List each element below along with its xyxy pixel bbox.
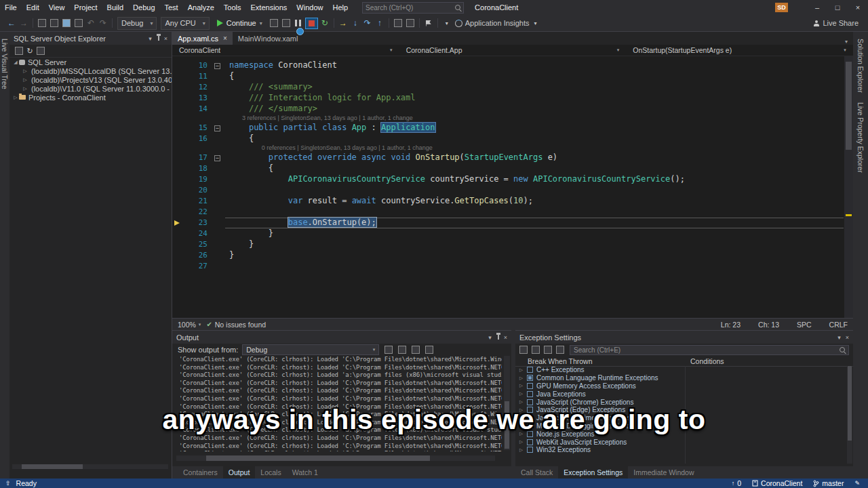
menu-item-test[interactable]: Test — [160, 0, 183, 15]
code-line[interactable]: 21 var result = await countryService.Get… — [172, 196, 844, 207]
code-text[interactable]: { — [225, 134, 844, 144]
save-all-icon[interactable] — [73, 16, 85, 30]
find-message-icon[interactable] — [384, 346, 393, 354]
code-line[interactable]: 25 } — [172, 239, 844, 250]
checkbox[interactable] — [527, 391, 533, 397]
collapse-icon[interactable]: ◢ — [12, 60, 19, 65]
branch-indicator[interactable]: master — [813, 479, 844, 487]
close-icon[interactable]: × — [504, 334, 507, 341]
output-source-dropdown[interactable]: Debug ▾ — [242, 344, 379, 355]
collapse-icon[interactable]: − — [214, 125, 220, 131]
step-over-icon[interactable]: ↷ — [361, 16, 374, 30]
panel-header[interactable]: Output ▾ × — [172, 331, 511, 344]
exception-row-win32-exceptions[interactable]: ▷Win32 Exceptions — [515, 446, 846, 454]
code-text[interactable]: { — [225, 163, 844, 174]
expand-icon[interactable]: ▷ — [519, 391, 527, 396]
code-line[interactable]: 18 { — [172, 163, 844, 174]
zoom-level[interactable]: 100% — [178, 321, 196, 329]
sync-status[interactable]: ↑ 0 — [732, 479, 741, 487]
code-text[interactable]: } — [225, 250, 844, 261]
horizontal-scrollbar[interactable] — [176, 455, 495, 461]
menu-item-file[interactable]: File — [0, 0, 22, 15]
checkbox[interactable] — [527, 447, 533, 453]
tab-call-stack[interactable]: Call Stack — [515, 466, 558, 479]
vertical-scrollbar[interactable] — [844, 56, 853, 318]
code-text[interactable]: /// <summary> — [225, 82, 844, 93]
bookmark-icon[interactable] — [422, 16, 435, 30]
breadcrumb-segment[interactable]: OnStartup(StartupEventArgs e)▾ — [626, 45, 853, 56]
exception-row-java-exceptions[interactable]: ▷Java Exceptions — [515, 390, 846, 398]
solution-configuration-dropdown[interactable]: Debug▾ — [117, 17, 157, 30]
code-line[interactable]: 14 /// </summary> — [172, 104, 844, 115]
hot-reload-icon[interactable] — [268, 16, 280, 30]
expand-icon[interactable]: ▷ — [519, 439, 527, 445]
code-text[interactable]: } — [225, 239, 844, 250]
continue-button[interactable]: Continue ▾ — [214, 16, 266, 30]
code-text[interactable] — [225, 185, 844, 196]
tab-app-xaml-cs[interactable]: App.xaml.cs× — [172, 32, 233, 45]
expand-icon[interactable]: ▷ — [22, 68, 28, 74]
column-break-when-thrown[interactable]: Break When Thrown — [515, 357, 593, 365]
menu-item-edit[interactable]: Edit — [22, 0, 44, 15]
refresh-icon[interactable]: ↻ — [24, 44, 35, 58]
chevron-down-icon[interactable]: ▾ — [149, 35, 152, 42]
chevron-down-icon[interactable]: ▾ — [837, 334, 841, 341]
code-text[interactable]: { — [225, 71, 844, 82]
tab-overflow-icon[interactable]: ▾ — [840, 39, 853, 45]
application-insights-button[interactable]: Application Insights — [465, 16, 530, 30]
menu-item-tools[interactable]: Tools — [219, 0, 246, 15]
tree-item-sql-server[interactable]: ◢SQL Server — [9, 58, 172, 66]
find-in-files-icon[interactable] — [392, 16, 404, 30]
fold-margin[interactable]: − — [214, 125, 225, 131]
navigate-forward-icon[interactable]: → — [18, 16, 30, 30]
exception-row-gpu-memory-access-exceptions[interactable]: ▷GPU Memory Access Exceptions — [515, 382, 846, 390]
checkbox[interactable] — [527, 439, 533, 445]
expand-icon[interactable]: ▷ — [519, 375, 527, 381]
undo-icon[interactable]: ↶ — [85, 16, 97, 30]
tree-item-localdb-projects[interactable]: ▷(localdb)\ProjectsV13 (SQL Server 13.0.… — [9, 75, 172, 84]
code-text[interactable]: APICoronavirusCountryService countryServ… — [225, 174, 844, 185]
code-line[interactable]: 24 } — [172, 228, 844, 239]
code-line[interactable]: 22 — [172, 207, 844, 218]
tab-exception-settings[interactable]: Exception Settings — [558, 466, 628, 479]
code-text[interactable]: var result = await countryService.GetTop… — [225, 196, 844, 207]
filter-icon[interactable] — [35, 44, 46, 58]
solution-platform-dropdown[interactable]: Any CPU▾ — [161, 17, 209, 30]
global-search-input[interactable]: Search (Ctrl+Q) — [362, 2, 464, 14]
maximize-button[interactable]: □ — [827, 0, 848, 15]
comment-icon[interactable] — [404, 16, 416, 30]
code-text[interactable]: protected override async void OnStartup(… — [225, 152, 844, 163]
restore-defaults-icon[interactable] — [556, 346, 564, 354]
account-badge[interactable]: SD — [775, 3, 788, 12]
close-icon[interactable]: × — [223, 35, 227, 42]
collapse-icon[interactable]: − — [214, 155, 220, 161]
tab-containers[interactable]: Containers — [178, 466, 223, 479]
delete-exception-icon[interactable] — [532, 346, 540, 354]
expand-icon[interactable]: ▷ — [519, 447, 527, 453]
check-all-icon[interactable] — [544, 346, 552, 354]
restart-icon[interactable]: ↻ — [319, 16, 331, 30]
navigate-back-icon[interactable]: ← — [5, 16, 18, 30]
checkbox[interactable] — [527, 383, 533, 389]
panel-header[interactable]: SQL Server Object Explorer ▾ × — [9, 32, 172, 45]
expand-icon[interactable]: ▷ — [12, 95, 19, 100]
code-text[interactable]: /// </summary> — [225, 104, 844, 115]
step-into-icon[interactable]: ↓ — [349, 16, 361, 30]
word-wrap-icon[interactable] — [412, 346, 420, 354]
code-line[interactable]: 13 /// Interaction logic for App.xaml — [172, 93, 844, 104]
code-text[interactable]: /// Interaction logic for App.xaml — [225, 93, 844, 104]
tab-output[interactable]: Output — [223, 466, 256, 479]
exception-search-input[interactable]: Search (Ctrl+E) — [570, 345, 849, 355]
tree-item-localdb-v11-0-s[interactable]: ▷(localdb)\V11.0 (SQL Server 11.0.3000.0… — [9, 84, 172, 93]
code-line[interactable]: 27 — [172, 261, 844, 272]
code-line[interactable]: 23 base.OnStartup(e); — [172, 218, 844, 228]
issues-label[interactable]: No issues found — [215, 321, 266, 329]
background-tasks-icon[interactable]: ⇧ — [5, 480, 11, 487]
tab-mainwindow-xaml[interactable]: MainWindow.xaml — [233, 32, 304, 45]
tab-locals[interactable]: Locals — [255, 466, 286, 479]
menu-item-help[interactable]: Help — [328, 0, 353, 15]
tree-item-projects-coronac[interactable]: ▷Projects - CoronaClient — [9, 93, 172, 102]
apply-changes-icon[interactable] — [280, 16, 292, 30]
menu-item-project[interactable]: Project — [69, 0, 102, 15]
breakpoint-margin[interactable] — [172, 220, 182, 226]
